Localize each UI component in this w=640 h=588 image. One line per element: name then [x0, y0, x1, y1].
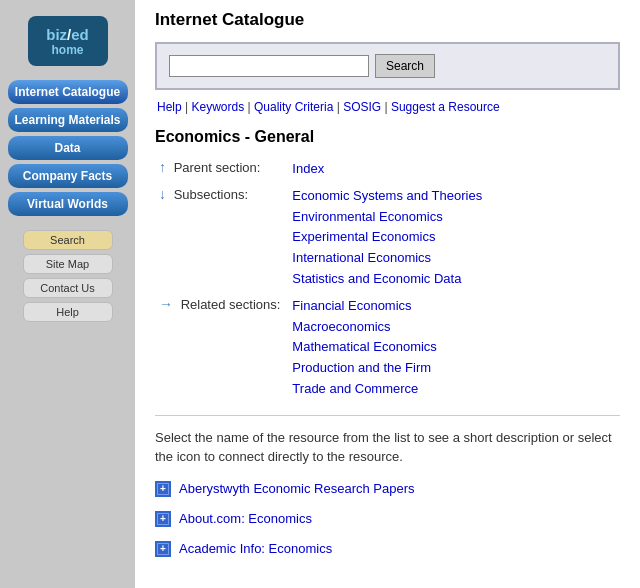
academic-info-link[interactable]: Academic Info: Economics [179, 541, 332, 556]
logo-text-top: biz/ed [46, 26, 89, 43]
quality-criteria-link[interactable]: Quality Criteria [254, 100, 333, 114]
subsections-label-cell: ↓ Subsections: [155, 183, 288, 293]
keywords-link[interactable]: Keywords [191, 100, 244, 114]
page-title: Internet Catalogue [155, 10, 620, 30]
nav-links-bar: Help | Keywords | Quality Criteria | SOS… [155, 100, 620, 114]
resource-item-aberystwyth: Aberystwyth Economic Research Papers [155, 481, 620, 497]
sidebar: biz/ed home Internet Catalogue Learning … [0, 0, 135, 588]
intl-econ-link[interactable]: International Economics [292, 248, 616, 269]
sosig-link[interactable]: SOSIG [343, 100, 381, 114]
about-econ-link[interactable]: About.com: Economics [179, 511, 312, 526]
logo-text-bottom: home [51, 43, 83, 57]
sidebar-item-learning-materials[interactable]: Learning Materials [8, 108, 128, 132]
econ-systems-link[interactable]: Economic Systems and Theories [292, 186, 616, 207]
logo: biz/ed home [28, 16, 108, 66]
search-input[interactable] [169, 55, 369, 77]
sidebar-item-data[interactable]: Data [8, 136, 128, 160]
fin-econ-link[interactable]: Financial Economics [292, 296, 616, 317]
resource-icon-about [155, 511, 171, 527]
index-link[interactable]: Index [292, 159, 616, 180]
help-button[interactable]: Help [23, 302, 113, 322]
divider [155, 415, 620, 416]
exp-econ-link[interactable]: Experimental Economics [292, 227, 616, 248]
macro-link[interactable]: Macroeconomics [292, 317, 616, 338]
prod-firm-link[interactable]: Production and the Firm [292, 358, 616, 379]
logo-area: biz/ed home [0, 8, 135, 78]
search-small-button[interactable]: Search [23, 230, 113, 250]
sidebar-item-virtual-worlds[interactable]: Virtual Worlds [8, 192, 128, 216]
search-box-area: Search [155, 42, 620, 90]
related-links-cell: Financial Economics Macroeconomics Mathe… [288, 293, 620, 403]
parent-row: ↑ Parent section: Index [155, 156, 620, 183]
parent-link-cell: Index [288, 156, 620, 183]
math-econ-link[interactable]: Mathematical Economics [292, 337, 616, 358]
right-arrow-icon: → [159, 296, 173, 312]
related-row: → Related sections: Financial Economics … [155, 293, 620, 403]
contact-us-button[interactable]: Contact Us [23, 278, 113, 298]
down-arrow-icon: ↓ [159, 186, 166, 202]
subsections-row: ↓ Subsections: Economic Systems and Theo… [155, 183, 620, 293]
parent-label: ↑ Parent section: [155, 156, 288, 183]
stats-econ-link[interactable]: Statistics and Economic Data [292, 269, 616, 290]
trade-link[interactable]: Trade and Commerce [292, 379, 616, 400]
resource-item-academic: Academic Info: Economics [155, 541, 620, 557]
site-map-button[interactable]: Site Map [23, 254, 113, 274]
search-button[interactable]: Search [375, 54, 435, 78]
section-title: Economics - General [155, 128, 620, 146]
sidebar-item-internet-catalogue[interactable]: Internet Catalogue [8, 80, 128, 104]
env-econ-link[interactable]: Environmental Economics [292, 207, 616, 228]
help-link[interactable]: Help [157, 100, 182, 114]
suggest-resource-link[interactable]: Suggest a Resource [391, 100, 500, 114]
up-arrow-icon: ↑ [159, 159, 166, 175]
resource-item-about: About.com: Economics [155, 511, 620, 527]
sidebar-item-company-facts[interactable]: Company Facts [8, 164, 128, 188]
resource-icon-academic [155, 541, 171, 557]
aberystwyth-link[interactable]: Aberystwyth Economic Research Papers [179, 481, 415, 496]
info-table: ↑ Parent section: Index ↓ Subsections: E… [155, 156, 620, 403]
description-text: Select the name of the resource from the… [155, 428, 620, 467]
main-content: Internet Catalogue Search Help | Keyword… [135, 0, 640, 588]
resource-icon-aberystwyth [155, 481, 171, 497]
related-label-cell: → Related sections: [155, 293, 288, 403]
subsections-links-cell: Economic Systems and Theories Environmen… [288, 183, 620, 293]
